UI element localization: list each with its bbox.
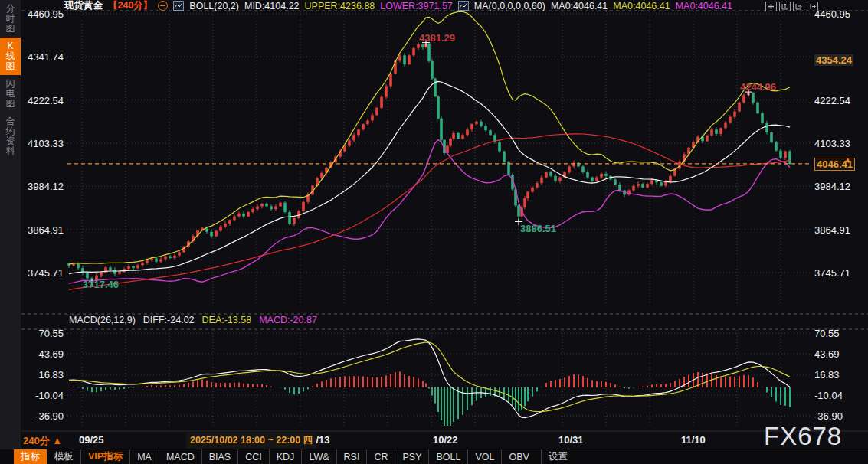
toolbar-item-VOL[interactable]: VOL [467, 449, 501, 464]
price-tick-right: 3864.91 [814, 224, 850, 236]
toolbar-item-MACD[interactable]: MACD [159, 449, 201, 464]
date-label: 11/10 [681, 434, 706, 446]
scale-y-axis-icon[interactable] [779, 2, 791, 11]
macd-macd-value: MACD:-20.87 [259, 315, 317, 325]
period-label: 【240分】 [108, 0, 152, 12]
macd-legend: MACD(26,12,9) DIFF:-24.02 DEA:-13.58 MAC… [69, 315, 317, 325]
price-annotation: 4381.29 [419, 32, 455, 44]
scale-x-axis-icon[interactable] [793, 2, 804, 11]
sidebar-char: 图 [0, 24, 21, 34]
price-tick-right: 4460.95 [814, 8, 850, 20]
price-tick-right: 3984.12 [814, 181, 850, 192]
indicator-toolbar: 指标模板VIP指标MAMACDBIASCCIKDJLW&RSICRPSYBOLL… [0, 449, 868, 464]
ma-label: MA(0,0,0,0,0,60) [474, 1, 545, 11]
macd-diff-value: DIFF:-24.02 [143, 315, 195, 325]
sidebar-item-4[interactable]: 合约资料 [0, 113, 21, 160]
macd-tick-left: 43.69 [23, 348, 64, 360]
macd-tick-left: 16.83 [23, 369, 64, 381]
collapse-indicator-icon[interactable] [158, 1, 168, 11]
trading-app-window: { "header": { "symbol": "现货黄金", "period"… [0, 0, 868, 464]
price-annotation: 3886.51 [520, 223, 556, 234]
price-tick-left: 3745.71 [23, 267, 64, 279]
price-tick-left: 3984.12 [23, 181, 64, 192]
legend-bar: 现货黄金 【240分】 BOLL(20,2) MID:4104.22 UPPER… [64, 0, 732, 11]
sidebar-char: 料 [0, 146, 21, 156]
macd-tick-right: -10.04 [814, 390, 843, 401]
toolbar-item-指标[interactable]: 指标 [14, 449, 47, 464]
boll-mid-value: MID:4104.22 [244, 1, 300, 11]
macd-tick-right: 43.69 [814, 348, 840, 360]
boll-label: BOLL(20,2) [189, 1, 239, 11]
macd-tick-right: 16.83 [814, 369, 840, 381]
macd-tick-right: -36.90 [814, 410, 843, 422]
chart-tools [765, 2, 818, 11]
price-up-arrow-icon: ▲ [844, 155, 851, 163]
period-text: 240分 [23, 435, 50, 446]
toolbar-item-RSI[interactable]: RSI [336, 449, 367, 464]
toolbar-item-BIAS[interactable]: BIAS [201, 449, 238, 464]
toolbar-item-MA[interactable]: MA [129, 449, 159, 464]
ma0-value-3: MA0:4046.41 [676, 1, 732, 11]
price-tick-left: 3864.91 [23, 224, 64, 236]
ma-indicator-icon[interactable] [458, 1, 469, 11]
boll-indicator-icon[interactable] [173, 1, 184, 11]
macd-tick-left: 70.55 [23, 328, 64, 339]
price-tick-left: 4460.95 [23, 8, 64, 20]
macd-tick-left: -10.04 [23, 390, 64, 401]
toolbar-item-模板[interactable]: 模板 [47, 449, 80, 464]
session-high-label: 4354.24 [814, 54, 853, 66]
date-label: 10/22 [433, 434, 458, 446]
watermark: FX678 [764, 422, 842, 451]
sidebar-item-1[interactable]: 分时图 [0, 0, 21, 38]
sidebar-item-3[interactable]: 闪电图 [0, 75, 21, 113]
toolbar-item-设置[interactable]: 设置 [541, 449, 575, 464]
period-selector[interactable]: 240分 ▲ [23, 434, 62, 448]
toolbar-item-OBV[interactable]: OBV [501, 449, 536, 464]
sidebar-char: 图 [0, 99, 21, 109]
date-label: 09/25 [79, 434, 104, 446]
crosshair-tool-icon[interactable] [765, 2, 777, 11]
price-tick-right: 4103.33 [814, 138, 850, 149]
period-arrow-icon: ▲ [52, 435, 62, 446]
toolbar-item-CR[interactable]: CR [366, 449, 395, 464]
boll-lower-value: LOWER:3971.57 [380, 1, 453, 11]
toolbar-item-BOLL[interactable]: BOLL [428, 449, 467, 464]
price-tick-left: 4341.74 [23, 51, 64, 63]
chart-canvas[interactable] [0, 0, 868, 464]
date-label: 10/31 [558, 434, 584, 446]
price-tick-left: 4222.54 [23, 95, 64, 106]
ma0-value-2: MA0:4046.41 [613, 1, 670, 11]
left-sidebar: 分时图K线图闪电图合约资料 [0, 0, 21, 464]
price-annotation: 3717.46 [83, 279, 119, 290]
time-axis: 240分 ▲ 09/2510/1310/2210/3111/10 2025/10… [0, 433, 868, 448]
toolbar-item-VIP指标[interactable]: VIP指标 [80, 449, 129, 464]
price-tick-right: 4222.54 [814, 95, 850, 106]
sidebar-char: 图 [0, 61, 21, 71]
price-tick-right: 3745.71 [814, 267, 850, 279]
toolbar-item-CCI[interactable]: CCI [237, 449, 269, 464]
macd-title: MACD(26,12,9) [69, 315, 136, 325]
macd-dea-value: DEA:-13.58 [202, 315, 252, 325]
sidebar-item-2[interactable]: K线图 [0, 38, 21, 75]
price-annotation: 4244.96 [740, 81, 776, 93]
ma0-value-1: MA0:4046.41 [551, 1, 608, 11]
symbol-name: 现货黄金 [64, 0, 103, 12]
toolbar-item-LW&[interactable]: LW& [301, 449, 336, 464]
macd-tick-left: -36.90 [23, 410, 64, 422]
toolbar-item-PSY[interactable]: PSY [395, 449, 428, 464]
pan-right-icon[interactable] [807, 2, 818, 11]
macd-tick-right: 70.55 [814, 328, 840, 339]
boll-upper-value: UPPER:4236.88 [305, 1, 375, 11]
toolbar-item-KDJ[interactable]: KDJ [269, 449, 302, 464]
price-tick-left: 4103.33 [23, 138, 64, 149]
candle-tooltip: 2025/10/02 18:00 ~ 22:00 四 [186, 433, 316, 449]
